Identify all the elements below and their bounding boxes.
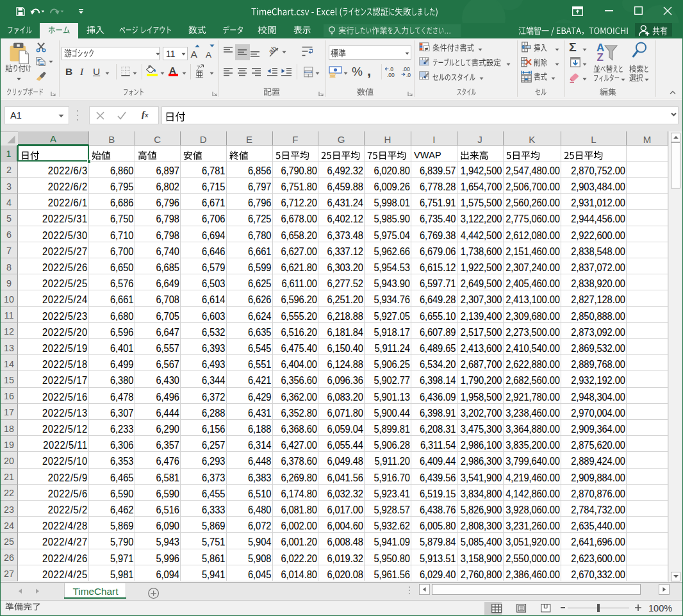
svg-text:.0: .0 <box>406 72 411 78</box>
svg-text:ab: ab <box>268 46 278 55</box>
svg-text:.00: .00 <box>387 72 395 78</box>
